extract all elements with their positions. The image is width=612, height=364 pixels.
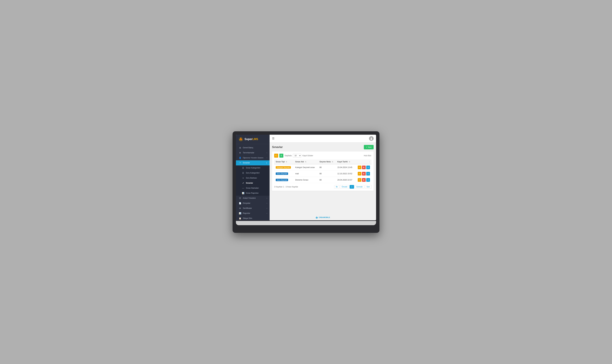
cell-actions: ✏ 🗑 ℹ (355, 170, 371, 177)
col-gecme-notu[interactable]: Geçme Notu ⇅ (318, 159, 336, 164)
sidebar-logo: SuperLMS (236, 135, 270, 144)
sidebar-item-sertifikalar[interactable]: ⚙ Sertifikalar › (236, 206, 270, 211)
excel-button[interactable]: E (279, 154, 283, 158)
svg-point-2 (371, 138, 372, 139)
cell-kayit-tarihi: 29.04.2020 22:07 (336, 177, 355, 183)
copy-button[interactable]: C (274, 154, 278, 158)
chevron-icon: › (267, 157, 267, 159)
sort-icon: ⇅ (349, 161, 350, 163)
sidebar-item-sinavlar[interactable]: ? Sınavlar ∨ (236, 160, 270, 165)
sidebar-item-dosyalar[interactable]: 📄 Dosyalar › (236, 201, 270, 206)
edit-button[interactable]: ✏ (358, 166, 361, 169)
col-sinav-adi[interactable]: Sınav Adı ⇅ (294, 159, 318, 164)
main-content: ☰ Sınavlar + Yeni C (270, 135, 376, 220)
cell-gecme-notu: 80 (318, 177, 336, 183)
survey-icon: ☰ (239, 197, 241, 199)
sidebar-nav: ⊞ Genel Bakış ⚙ Tanımlamalar › 👤 Öğrenme… (236, 144, 270, 220)
list-icon: ☰ (242, 172, 244, 174)
delete-button[interactable]: 🗑 (362, 172, 366, 176)
page-btn-ilk[interactable]: İlk (334, 185, 339, 189)
edit-button[interactable]: ✏ (358, 178, 361, 182)
cert-icon: ⚙ (239, 207, 241, 209)
gear-icon: ⚙ (239, 152, 241, 154)
sidebar-item-sinav-raporlari[interactable]: 📊 Sınav Raporları (236, 191, 270, 196)
sidebar-item-sinav-kategorileri[interactable]: ☰ Sınav Kategorileri (236, 165, 270, 170)
action-buttons: ✏ 🗑 ℹ (357, 178, 370, 182)
sort-icon: ↕ (369, 161, 370, 163)
delete-button[interactable]: 🗑 (362, 166, 366, 169)
sidebar-item-tanimlamalar[interactable]: ⚙ Tanımlamalar › (236, 150, 270, 155)
table-row: Soru Seçmeli Deneme Sınavı 80 29.04.2020… (274, 177, 371, 183)
report-icon: 📊 (242, 192, 244, 194)
delete-button[interactable]: 🗑 (362, 178, 366, 182)
page-header: Sınavlar + Yeni (272, 145, 374, 149)
per-page-select[interactable]: 10 25 50 100 (293, 154, 301, 157)
cell-sinav-tipi: Soru Seçmeli (274, 170, 294, 177)
check-icon: ✓ (242, 182, 244, 184)
sidebar-item-siteye-don[interactable]: 📋 Siteye Dön (236, 216, 270, 220)
sidebar: SuperLMS ⊞ Genel Bakış ⚙ Tanımlamalar › … (236, 135, 270, 220)
cell-actions: ✏ 🗑 ℹ (355, 177, 371, 183)
action-buttons: ✏ 🗑 ℹ (357, 166, 370, 169)
question-icon: ? (239, 162, 241, 164)
cell-sinav-adi: Kategori Seçmeli sınav (294, 164, 318, 171)
hamburger-button[interactable]: ☰ (272, 137, 274, 140)
sidebar-item-genel-bakis[interactable]: ⊞ Genel Bakış (236, 145, 270, 150)
page-btn-onceki[interactable]: Önceki (340, 185, 349, 189)
svg-point-1 (240, 139, 242, 140)
main-footer: G CREAMOBILE (270, 215, 376, 220)
topbar-right (369, 136, 374, 141)
table-card: C E Sayfada 10 25 50 100 Kayıt Göster Hı… (272, 152, 374, 191)
sidebar-item-raporlar[interactable]: 📊 Raporlar › (236, 211, 270, 216)
chevron-icon: › (267, 202, 267, 204)
page-btn-sonraki[interactable]: Sonraki (355, 185, 364, 189)
info-button[interactable]: ℹ (366, 166, 370, 169)
page-btn-son[interactable]: Son (365, 185, 371, 189)
back-icon: 📋 (239, 217, 241, 220)
chevron-icon: › (267, 152, 267, 154)
database-icon: ≡ (242, 177, 244, 179)
cell-gecme-notu: 80 (318, 164, 336, 171)
info-button[interactable]: ℹ (366, 172, 370, 176)
table-row: Soru Seçmeli mali 80 12.10.2022 15:52 ✏ … (274, 170, 371, 177)
badge-soru: Soru Seçmeli (276, 179, 288, 181)
logo-text: SuperLMS (245, 138, 258, 141)
page-btn-1[interactable]: 1 (350, 185, 354, 189)
col-kayit-tarihi[interactable]: Kayıt Tarihi ⇅ (336, 159, 355, 164)
sidebar-item-ogrenme[interactable]: 👤 Öğrenme Yönetim Sistemi › (236, 155, 270, 160)
cell-sinav-tipi: Soru Seçmeli (274, 177, 294, 183)
badge-kategori: Kategori Seçmeli (276, 166, 291, 169)
user-icon: 👤 (239, 157, 241, 159)
info-button[interactable]: ℹ (366, 178, 370, 182)
pagination: İlk Önceki 1 Sonraki Son (334, 185, 371, 189)
topbar: ☰ (270, 135, 376, 143)
sidebar-item-sinavlar-current[interactable]: ✓ Sınavlar (236, 181, 270, 186)
cell-actions: ✏ 🗑 ℹ (355, 164, 371, 171)
chevron-icon: › (267, 208, 267, 209)
sidebar-item-soru-kategorileri[interactable]: ☰ Soru Kategorileri (236, 170, 270, 176)
cell-sinav-adi: mali (294, 170, 318, 177)
assign-icon: — (242, 187, 244, 189)
action-buttons: ✏ 🗑 ℹ (357, 172, 370, 176)
new-button[interactable]: + Yeni (364, 145, 374, 149)
list-icon: ☰ (242, 167, 244, 169)
svg-point-3 (370, 139, 372, 140)
chevron-down-icon: ∨ (266, 162, 267, 164)
badge-soru: Soru Seçmeli (276, 172, 288, 175)
page-title: Sınavlar (272, 145, 283, 149)
col-actions: ↕ (355, 159, 371, 164)
cell-kayit-tarihi: 12.10.2022 15:52 (336, 170, 355, 177)
brand-creamobile: G CREAMOBILE (316, 217, 330, 218)
svg-text:G: G (316, 217, 317, 219)
quick-find-label: Hızlı Bul: (364, 155, 371, 157)
table-row: Kategori Seçmeli Kategori Seçmeli sınav … (274, 164, 371, 171)
sort-icon: ⇅ (305, 161, 306, 163)
sidebar-item-anket[interactable]: ☰ Anket Yönetimi › (236, 196, 270, 201)
col-sinav-tipi[interactable]: Sınav Tipi ⇅ (274, 159, 294, 164)
chevron-icon: › (267, 212, 267, 214)
edit-button[interactable]: ✏ (358, 172, 361, 176)
file-icon: 📄 (239, 202, 241, 204)
cell-sinav-tipi: Kategori Seçmeli (274, 164, 294, 171)
sidebar-item-sinav-atamalari[interactable]: — Sınav Atamaları (236, 186, 270, 191)
sidebar-item-soru-bankasi[interactable]: ≡ Soru Bankası (236, 176, 270, 181)
